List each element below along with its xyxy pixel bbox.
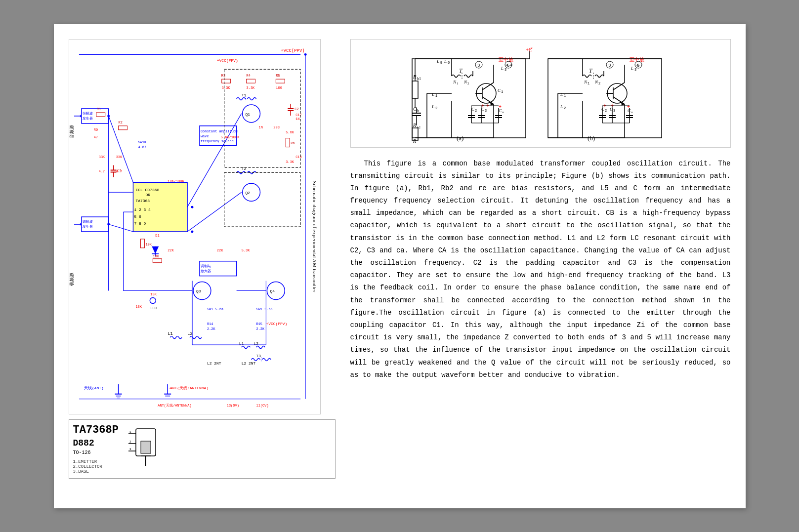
svg-text:1 2 3 4: 1 2 3 4 xyxy=(134,207,151,212)
svg-text:T1: T1 xyxy=(241,93,246,97)
svg-text:5: 5 xyxy=(440,61,442,65)
svg-text:Q4: Q4 xyxy=(270,289,275,293)
svg-text:R5: R5 xyxy=(276,74,280,78)
svg-text:3: 3 xyxy=(129,448,131,451)
svg-text:5: 5 xyxy=(637,63,639,68)
svg-text:5.6K: 5.6K xyxy=(286,130,294,134)
svg-text:调幅波: 调幅波 xyxy=(82,220,92,224)
svg-text:1: 1 xyxy=(564,94,566,98)
svg-text:4.7: 4.7 xyxy=(116,169,122,173)
svg-text:b: b xyxy=(417,109,419,113)
svg-text:3: 3 xyxy=(613,109,615,113)
svg-text:L: L xyxy=(431,92,434,97)
svg-text:L1: L1 xyxy=(168,331,173,336)
svg-text:6: 6 xyxy=(448,61,450,65)
svg-text:L2 2NT: L2 2NT xyxy=(241,361,255,365)
svg-rect-149 xyxy=(141,441,151,453)
transistor-name: D882 xyxy=(73,438,119,448)
svg-text:10K/100K: 10K/100K xyxy=(168,179,184,183)
pin1: 1.EMITTER xyxy=(73,459,119,464)
svg-text:2: 2 xyxy=(129,440,131,444)
svg-text:3.3K: 3.3K xyxy=(286,160,294,164)
svg-text:293: 293 xyxy=(273,125,280,129)
svg-text:1: 1 xyxy=(501,90,503,94)
svg-text:5: 5 xyxy=(507,63,509,68)
svg-text:100: 100 xyxy=(276,86,282,90)
ic-name: TA7368P xyxy=(73,424,119,436)
main-page: Schematic diagram of experimental AM tra… xyxy=(54,24,746,508)
svg-text:Constant amplitude: Constant amplitude xyxy=(200,129,237,133)
svg-text:至中放: 至中放 xyxy=(499,57,513,62)
svg-text:L: L xyxy=(431,104,434,109)
svg-text:(b): (b) xyxy=(588,134,595,142)
svg-text:R: R xyxy=(413,74,417,80)
svg-text:2: 2 xyxy=(467,82,469,85)
svg-text:TA7368: TA7368 xyxy=(135,199,150,203)
svg-text:C: C xyxy=(471,107,475,112)
svg-text:10K: 10K xyxy=(145,242,152,246)
svg-text:N: N xyxy=(594,80,598,84)
svg-text:SW1 5.6K: SW1 5.6K xyxy=(207,307,223,311)
svg-point-145 xyxy=(191,205,193,208)
svg-text:天线(ANT): 天线(ANT) xyxy=(84,385,103,390)
svg-text:发生器: 发生器 xyxy=(82,224,92,228)
svg-text:L: L xyxy=(444,59,447,64)
svg-rect-0 xyxy=(69,40,320,413)
svg-text:+VCC(PPV): +VCC(PPV) xyxy=(281,48,304,53)
svg-text:L: L xyxy=(560,104,563,109)
svg-text:3: 3 xyxy=(477,63,480,68)
svg-text:1: 1 xyxy=(435,94,437,98)
svg-text:R9: R9 xyxy=(93,127,97,131)
top-circuit-svg: +E c R b1 C b xyxy=(402,44,679,143)
svg-text:L: L xyxy=(436,59,439,64)
svg-text:C18: C18 xyxy=(295,155,302,159)
svg-text:D1: D1 xyxy=(155,233,159,237)
svg-text:ICL CD7368: ICL CD7368 xyxy=(135,188,159,192)
svg-text:33K: 33K xyxy=(98,155,105,159)
svg-text:LED: LED xyxy=(150,306,157,310)
svg-text:1: 1 xyxy=(588,82,589,85)
svg-text:4.7: 4.7 xyxy=(98,169,105,173)
svg-text:3.3K: 3.3K xyxy=(221,86,230,90)
svg-text:SW1K: SW1K xyxy=(138,140,147,144)
description-paragraph: This figure is a common base modulated t… xyxy=(350,158,731,381)
svg-text:L1: L1 xyxy=(239,341,244,346)
svg-point-146 xyxy=(191,230,193,233)
svg-text:4.67: 4.67 xyxy=(138,145,146,149)
package-type: TO-126 xyxy=(73,450,119,455)
component-info-box: TA7368P D882 TO-126 1.EMITTER 2.COLLECTO… xyxy=(69,419,336,479)
svg-text:→ANT(天线/ANTENNA): →ANT(天线/ANTENNA) xyxy=(168,385,209,390)
svg-text:1: 1 xyxy=(129,430,131,434)
svg-text:15K: 15K xyxy=(135,305,142,309)
svg-text:R15: R15 xyxy=(256,322,262,326)
svg-text:47: 47 xyxy=(93,135,97,139)
svg-text:1N: 1N xyxy=(258,125,262,129)
svg-text:frequency source: frequency source xyxy=(200,139,233,143)
svg-text:发生器: 发生器 xyxy=(82,116,92,120)
pin3: 3.BASE xyxy=(73,469,119,474)
svg-text:L: L xyxy=(501,66,504,71)
svg-text:3: 3 xyxy=(485,109,487,113)
svg-text:5.6K/100K: 5.6K/100K xyxy=(220,135,239,139)
svg-text:载频源: 载频源 xyxy=(69,272,74,286)
svg-text:C2: C2 xyxy=(294,107,298,111)
svg-text:R2: R2 xyxy=(118,120,122,124)
svg-text:+VCC(PPV): +VCC(PPV) xyxy=(266,322,287,326)
component-details: TA7368P D882 TO-126 1.EMITTER 2.COLLECTO… xyxy=(73,424,119,474)
pin-info: 1.EMITTER 2.COLLECTOR 3.BASE xyxy=(73,459,119,474)
svg-text:L: L xyxy=(560,92,563,97)
svg-text:Q2: Q2 xyxy=(245,191,250,195)
svg-text:2: 2 xyxy=(605,109,607,113)
svg-text:R3: R3 xyxy=(221,74,225,78)
svg-text:R4: R4 xyxy=(246,74,250,78)
svg-text:T3: T3 xyxy=(256,353,261,358)
svg-text:5.3K: 5.3K xyxy=(241,248,250,252)
svg-text:b2: b2 xyxy=(417,125,421,129)
svg-text:2.2K: 2.2K xyxy=(256,327,265,331)
svg-text:ANT(天线/ANTENNA): ANT(天线/ANTENNA) xyxy=(158,403,191,407)
svg-text:R: R xyxy=(413,138,416,143)
svg-text:1N: 1N xyxy=(295,117,299,121)
svg-text:33K: 33K xyxy=(116,155,122,159)
svg-text:c: c xyxy=(531,45,533,50)
svg-text:2: 2 xyxy=(475,109,477,113)
